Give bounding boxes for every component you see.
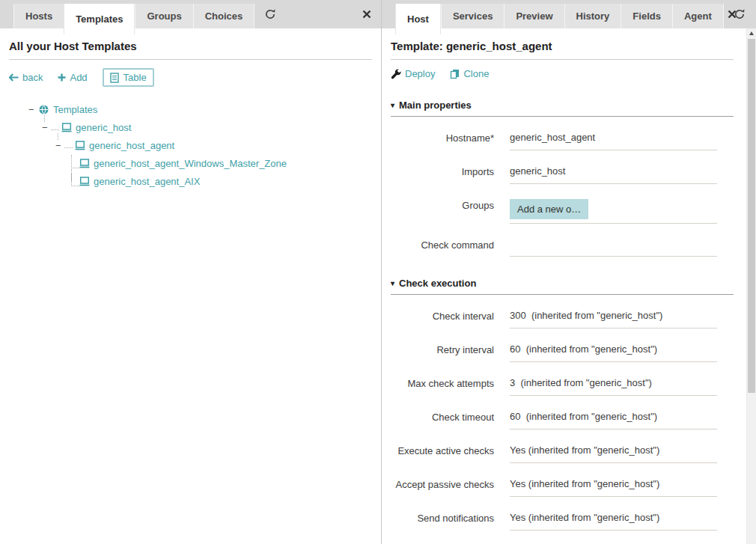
add-plus-icon bbox=[58, 73, 66, 82]
form-row: Check timeout 60 (inherited from "generi… bbox=[391, 411, 734, 430]
left-actionbar: back Add bbox=[9, 60, 372, 91]
field-input[interactable] bbox=[510, 239, 717, 257]
table-doc-icon bbox=[110, 73, 119, 83]
right-actionbar: Deploy Clone bbox=[391, 60, 734, 84]
collapse-caret-icon: ▾ bbox=[391, 102, 394, 109]
add-link[interactable]: Add bbox=[58, 72, 87, 83]
field-input[interactable]: 60 (inherited from "generic_host") bbox=[510, 411, 717, 430]
clone-icon bbox=[450, 69, 460, 79]
page-title: All your Host Templates bbox=[9, 40, 372, 60]
field-value: 60 (inherited from "generic_host") bbox=[510, 343, 657, 355]
field-input[interactable]: Yes (inherited from "generic_host") bbox=[510, 478, 717, 497]
close-icon[interactable] bbox=[728, 10, 737, 19]
section-title-label: Main properties bbox=[399, 100, 472, 111]
right-tab[interactable]: Preview bbox=[504, 4, 564, 28]
form-row: Send notifications Yes (inherited from "… bbox=[391, 512, 734, 531]
left-tab[interactable]: Templates bbox=[64, 4, 135, 34]
form-row: Retry interval 60 (inherited from "gener… bbox=[391, 343, 734, 362]
field-value: Yes (inherited from "generic_host") bbox=[510, 512, 659, 523]
section-header[interactable]: ▾ Check execution bbox=[391, 278, 734, 295]
add-label: Add bbox=[70, 72, 87, 83]
host-icon bbox=[79, 159, 90, 168]
field-value[interactable]: generic_host bbox=[510, 165, 565, 177]
right-tabbar: Host Services Preview History Fields Age… bbox=[382, 0, 756, 28]
left-tab[interactable]: Hosts bbox=[13, 4, 64, 28]
table-label: Table bbox=[124, 72, 147, 83]
field-label: Groups bbox=[391, 199, 494, 224]
form-row: Groups Add a new o… bbox=[391, 199, 734, 224]
scrollbar-thumb[interactable] bbox=[748, 39, 755, 393]
left-tab[interactable]: Choices bbox=[193, 4, 255, 28]
field-input[interactable]: Yes (inherited from "generic_host") bbox=[510, 444, 717, 463]
field-input[interactable]: Add a new o… bbox=[510, 199, 717, 224]
tree-item: − bbox=[9, 100, 372, 118]
field-input[interactable]: 60 (inherited from "generic_host") bbox=[510, 343, 717, 362]
field-label: Check command bbox=[391, 239, 494, 257]
field-input[interactable]: generic_host bbox=[510, 165, 717, 184]
host-icon bbox=[79, 177, 90, 186]
form-row: Accept passive checks Yes (inherited fro… bbox=[391, 478, 734, 497]
tree-item: generic_host_agent_AIX bbox=[9, 172, 372, 190]
field-label: Imports bbox=[391, 165, 494, 184]
field-label: Max check attempts bbox=[391, 377, 494, 396]
tree-collapse-icon[interactable]: − bbox=[42, 123, 52, 132]
form-row: Imports generic_host bbox=[391, 165, 734, 184]
table-link[interactable]: Table bbox=[103, 68, 154, 87]
field-label: Check interval bbox=[391, 310, 494, 328]
refresh-icon[interactable] bbox=[265, 9, 275, 19]
right-tab[interactable]: History bbox=[564, 4, 621, 28]
tree-item-link[interactable]: generic_host_agent_AIX bbox=[94, 176, 200, 187]
right-tab[interactable]: Agent bbox=[672, 4, 724, 28]
tree-item-link[interactable]: Templates bbox=[53, 104, 97, 115]
template-title: Template: generic_host_agent bbox=[391, 40, 734, 60]
globe-icon bbox=[39, 105, 49, 114]
field-label: Retry interval bbox=[391, 343, 494, 362]
field-value: Yes (inherited from "generic_host") bbox=[510, 444, 659, 456]
back-label: back bbox=[22, 72, 43, 83]
templates-panel: Hosts Templates Groups Choices bbox=[0, 0, 382, 544]
right-tab[interactable]: Host bbox=[395, 4, 441, 34]
right-tab[interactable]: Services bbox=[441, 4, 504, 28]
form-row: Check interval 300 (inherited from "gene… bbox=[391, 310, 734, 328]
close-icon[interactable] bbox=[362, 10, 371, 19]
host-template-panel: Host Services Preview History Fields Age… bbox=[382, 0, 756, 544]
field-input[interactable]: 3 (inherited from "generic_host") bbox=[510, 377, 717, 396]
left-tabbar: Hosts Templates Groups Choices bbox=[0, 0, 381, 28]
clone-link[interactable]: Clone bbox=[450, 68, 489, 79]
host-icon bbox=[75, 141, 85, 150]
vertical-scrollbar[interactable] bbox=[746, 28, 756, 544]
field-label: Check timeout bbox=[391, 411, 494, 430]
field-input[interactable]: 300 (inherited from "generic_host") bbox=[510, 310, 717, 328]
section-check-execution: ▾ Check execution Check interval 300 (in… bbox=[391, 278, 734, 544]
tree-collapse-icon[interactable]: − bbox=[28, 105, 39, 114]
deploy-link[interactable]: Deploy bbox=[391, 68, 435, 79]
form-row: Check command bbox=[391, 239, 734, 257]
tree-item-link[interactable]: generic_host_agent bbox=[89, 140, 174, 151]
tree-item-link[interactable]: generic_host bbox=[76, 122, 131, 133]
field-value: Yes (inherited from "generic_host") bbox=[510, 478, 659, 489]
back-link[interactable]: back bbox=[9, 72, 43, 83]
tree-item: generic_host_agent_Windows_Master_Zone bbox=[9, 154, 372, 172]
field-value: 300 (inherited from "generic_host") bbox=[510, 310, 662, 321]
tree-item: − bbox=[9, 118, 372, 136]
icinga-director-app: Hosts Templates Groups Choices bbox=[0, 0, 756, 544]
field-label: Accept passive checks bbox=[391, 478, 494, 497]
field-label: Execute active checks bbox=[391, 444, 494, 463]
field-label: Hostname* bbox=[391, 132, 494, 150]
field-value: 60 (inherited from "generic_host") bbox=[510, 411, 657, 422]
template-tree: − bbox=[9, 100, 372, 190]
deploy-label: Deploy bbox=[405, 68, 435, 79]
field-input[interactable]: Yes (inherited from "generic_host") bbox=[510, 512, 717, 531]
field-value[interactable]: generic_host_agent bbox=[510, 132, 595, 143]
section-header[interactable]: ▾ Main properties bbox=[391, 100, 734, 117]
tree-collapse-icon[interactable]: − bbox=[55, 141, 66, 150]
left-tab[interactable]: Groups bbox=[135, 4, 192, 28]
right-tab[interactable]: Fields bbox=[621, 4, 672, 28]
tree-item-link[interactable]: generic_host_agent_Windows_Master_Zone bbox=[94, 158, 287, 169]
field-value[interactable]: Add a new o… bbox=[510, 199, 588, 219]
form-row: Hostname* generic_host_agent bbox=[391, 132, 734, 150]
scrollbar-up-arrow-icon[interactable] bbox=[747, 28, 756, 38]
left-content: All your Host Templates back bbox=[0, 40, 381, 190]
field-input[interactable]: generic_host_agent bbox=[510, 132, 717, 150]
section-main-properties: ▾ Main properties Hostname* generic_host… bbox=[391, 100, 734, 257]
